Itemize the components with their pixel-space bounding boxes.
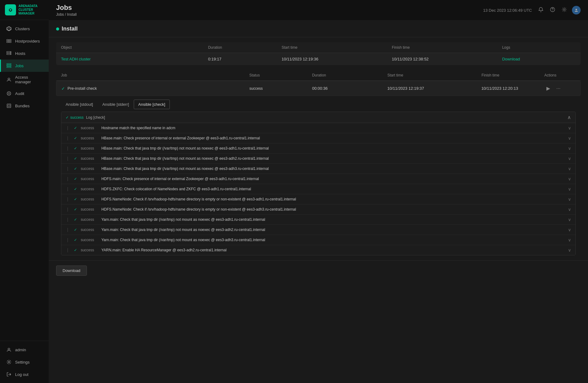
log-item-expand-button[interactable]: ∨	[568, 166, 571, 171]
log-item-status: success	[81, 248, 98, 252]
gear-button[interactable]	[560, 6, 568, 15]
log-item: │ ✓ success Yarn.main: Check that java t…	[61, 225, 575, 235]
log-item-expand-button[interactable]: ∨	[568, 126, 571, 130]
log-item-text: HBase.main: Check presence of internal o…	[101, 136, 564, 140]
user-avatar[interactable]	[572, 6, 581, 14]
install-title: Install	[56, 26, 581, 32]
log-item-expand-button[interactable]: ∨	[568, 227, 571, 232]
sidebar-item-audit[interactable]: Audit	[0, 87, 49, 100]
svg-rect-6	[9, 39, 11, 41]
sidebar-item-logout[interactable]: Log out	[0, 368, 49, 381]
svg-rect-8	[9, 41, 11, 43]
download-button[interactable]: Download	[56, 266, 87, 276]
sidebar-item-jobs[interactable]: Jobs	[0, 60, 49, 72]
tab-ansible-check[interactable]: Ansible [check]	[134, 100, 170, 109]
col-start-time: Start time	[282, 45, 392, 50]
log-item: │ ✓ success HBase.main: Check presence o…	[61, 133, 575, 143]
log-header: ✓ success Log [check] ∧	[61, 112, 575, 123]
logo: ARENADATA CLUSTER MANAGER	[0, 0, 49, 20]
log-title: Log [check]	[86, 115, 105, 120]
job-more-button[interactable]: ···	[554, 84, 563, 93]
log-item-status: success	[81, 167, 98, 171]
svg-point-21	[8, 348, 10, 350]
log-collapse-button[interactable]: ∧	[567, 114, 571, 120]
job-status: success	[249, 86, 312, 91]
summary-table-header: Object Duration Start time Finish time L…	[56, 42, 581, 53]
summary-table-row: Test ADH cluster 0:19:17 10/11/2023 12:1…	[56, 53, 581, 65]
log-item-status: success	[81, 156, 98, 161]
sidebar-item-access-manager[interactable]: Access manager	[0, 72, 49, 87]
log-item-status: success	[81, 197, 98, 201]
sidebar-label-jobs: Jobs	[15, 64, 23, 68]
log-item-expand-button[interactable]: ∨	[568, 207, 571, 212]
log-item: │ ✓ success HDFS.NameNode: Check if /srv…	[61, 204, 575, 215]
sidebar-label-audit: Audit	[15, 91, 24, 96]
log-item-check-icon: ✓	[74, 156, 77, 161]
tab-ansible-stdout[interactable]: Ansible [stdout]	[61, 100, 98, 109]
sidebar-label-access-manager: Access manager	[15, 75, 44, 84]
log-item-check-icon: ✓	[74, 187, 77, 191]
log-item-status: success	[81, 146, 98, 150]
summary-download-link[interactable]: Download	[502, 57, 576, 61]
svg-rect-14	[7, 65, 11, 66]
settings-icon	[6, 359, 12, 365]
log-item-expand-button[interactable]: ∨	[568, 156, 571, 161]
sidebar-label-logout: Log out	[15, 372, 28, 377]
main-content: Jobs Jobs / Install 13 Dec 2023 12:06:49…	[49, 0, 588, 383]
col-object: Object	[61, 45, 208, 50]
log-item-expand-button[interactable]: ∨	[568, 136, 571, 141]
log-item: │ ✓ success HDFS.NameNode: Check if /srv…	[61, 194, 575, 204]
log-item-text: Yarn.main: Check that java tmp dir (/var…	[101, 238, 564, 242]
job-col-finish-time: Finish time	[482, 73, 545, 77]
svg-rect-20	[8, 105, 10, 107]
log-item: │ ✓ success Yarn.main: Check that java t…	[61, 235, 575, 245]
log-item-expand-button[interactable]: ∨	[568, 197, 571, 202]
tabs-container: Ansible [stdout] Ansible [stderr] Ansibl…	[61, 100, 576, 109]
logout-icon	[6, 371, 12, 377]
svg-point-23	[550, 7, 555, 12]
log-item-check-icon: ✓	[74, 167, 77, 171]
log-header-left: ✓ success Log [check]	[66, 115, 105, 120]
job-finish-time: 10/11/2023 12:20:13	[481, 86, 544, 91]
job-col-status: Status	[249, 73, 312, 77]
log-item-expand-button[interactable]: ∨	[568, 176, 571, 181]
log-item-status: success	[81, 207, 98, 212]
sidebar-item-bundles[interactable]: Bundles	[0, 100, 49, 112]
sidebar-label-admin: admin	[15, 348, 26, 352]
datetime-display: 13 Dec 2023 12:06:49 UTC	[483, 8, 532, 13]
notifications-button[interactable]	[537, 6, 545, 15]
sidebar-item-hosts[interactable]: Hosts	[0, 47, 49, 60]
breadcrumb-jobs[interactable]: Jobs	[56, 12, 64, 17]
sidebar-label-settings: Settings	[15, 360, 30, 364]
job-table-container: Job Status Duration Start time Finish ti…	[56, 70, 581, 255]
log-item-expand-button[interactable]: ∨	[568, 217, 571, 222]
log-item-status: success	[81, 177, 98, 181]
log-check-mark: ✓	[66, 115, 69, 120]
header-right: 13 Dec 2023 12:06:49 UTC	[483, 6, 581, 15]
sidebar-item-clusters[interactable]: Clusters	[0, 23, 49, 35]
sidebar-item-admin[interactable]: admin	[0, 344, 49, 356]
summary-start-time: 10/11/2023 12:19:36	[282, 57, 392, 61]
log-item: │ ✓ success Hostname match the specified…	[61, 123, 575, 133]
log-item-expand-button[interactable]: ∨	[568, 237, 571, 242]
svg-point-17	[7, 92, 11, 95]
cluster-link[interactable]: Test ADH cluster	[61, 57, 208, 61]
help-button[interactable]	[549, 6, 557, 15]
log-item-text: HBase.main: Check that java tmp dir (/va…	[101, 167, 564, 171]
log-item-text: Hostname match the specified name in adc…	[101, 126, 564, 130]
log-item-expand-button[interactable]: ∨	[568, 187, 571, 192]
job-check-icon: ✓	[61, 86, 65, 91]
log-item-expand-button[interactable]: ∨	[568, 146, 571, 151]
sidebar-item-settings[interactable]: Settings	[0, 356, 49, 368]
log-items-list: │ ✓ success Hostname match the specified…	[61, 123, 575, 255]
log-item-expand-button[interactable]: ∨	[568, 248, 571, 253]
sidebar-item-hostproviders[interactable]: Hostproviders	[0, 35, 49, 47]
tab-ansible-stderr[interactable]: Ansible [stderr]	[98, 100, 134, 109]
log-item-check-icon: ✓	[74, 228, 77, 232]
log-item: │ ✓ success HBase.main: Check that java …	[61, 154, 575, 164]
logo-text: ARENADATA CLUSTER MANAGER	[18, 4, 44, 15]
job-run-button[interactable]: ▶	[544, 84, 553, 93]
summary-finish-time: 10/11/2023 12:38:52	[392, 57, 502, 61]
job-table-row: ✓ Pre-install check success 00:00:36 10/…	[56, 81, 581, 96]
log-item: │ ✓ success HBase.main: Check that java …	[61, 143, 575, 154]
